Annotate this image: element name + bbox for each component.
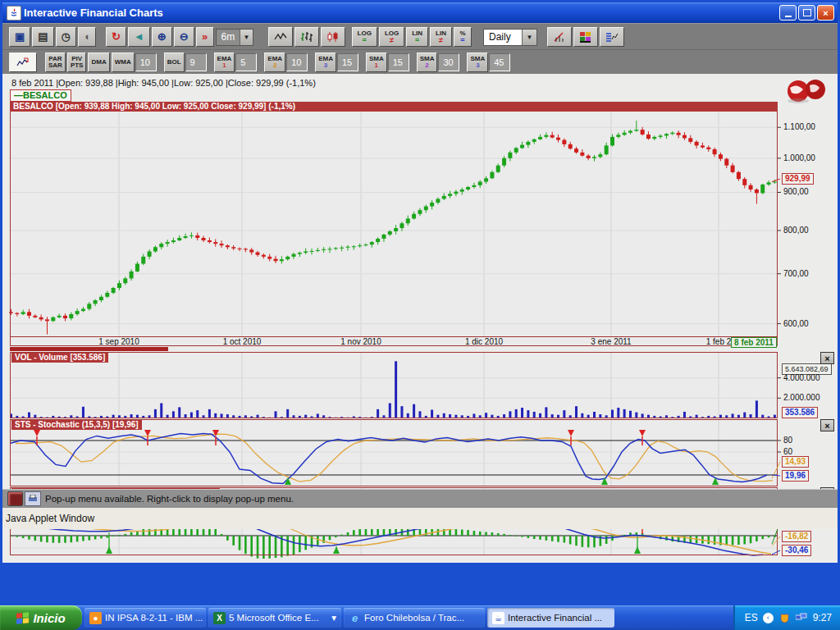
candle-chart-type-icon: [326, 31, 340, 43]
restore-button[interactable]: [798, 5, 815, 21]
task-label: Foro Chilebolsa / Trac...: [364, 613, 464, 623]
java-applet-banner: Java Applet Window: [2, 507, 838, 529]
network-icon[interactable]: [796, 613, 808, 623]
pages-icon: ▤: [38, 32, 48, 42]
title-bar[interactable]: Interactive Financial Charts ×: [2, 2, 838, 23]
excel-icon: X: [213, 612, 226, 624]
log-compare-button[interactable]: LOG≠: [379, 27, 404, 47]
task-label: IN IPSA 8-2-11 - IBM ...: [105, 613, 203, 623]
start-button[interactable]: Inicio: [0, 605, 82, 630]
taskbar-task-1[interactable]: ●IN IPSA 8-2-11 - IBM ...: [84, 608, 206, 628]
status-text: Pop-up menu available. Right-click to di…: [45, 494, 294, 504]
refresh-icon: ↻: [112, 32, 121, 42]
chevron-down-icon[interactable]: ▼: [240, 30, 252, 45]
taskbar-task-4[interactable]: ☕Interactive Financial ...: [487, 608, 614, 628]
speaker-icon: ◖: [84, 32, 90, 42]
main-toolbar: ▣▤◷◖↻◄⊕⊖»6m▼LOG=LOG≠LIN=LIN≠%=Daily▼: [2, 23, 838, 50]
log-scale-button[interactable]: LOG=: [352, 27, 377, 47]
bollinger-button[interactable]: BOL: [164, 52, 185, 72]
sma-2-period-input[interactable]: 30: [438, 53, 459, 71]
desktop: { "window": { "title": "Interactive Fina…: [0, 0, 840, 630]
colors-button[interactable]: [573, 27, 598, 47]
sma-1-button[interactable]: SMA1: [366, 52, 387, 72]
fast-forward-icon: »: [202, 32, 208, 42]
back-icon: ◄: [134, 32, 144, 42]
taskbar-task-2[interactable]: X5 Microsoft Office E...▾: [208, 608, 341, 628]
brand-logo: [782, 78, 831, 106]
stochastic-panel-header: STS - Stochastic (15,3,5) [19,96]: [11, 420, 142, 430]
line-chart-type-icon: [274, 31, 287, 43]
lin-compare-button[interactable]: LIN≠: [430, 27, 452, 47]
status-bar: Pop-up menu available. Right-click to di…: [2, 489, 838, 508]
lin-scale-button[interactable]: LIN=: [406, 27, 428, 47]
security-icon[interactable]: [778, 613, 791, 623]
taskbar: Inicio ●IN IPSA 8-2-11 - IBM ...X5 Micro…: [0, 605, 840, 630]
wma-button[interactable]: WMA: [112, 52, 135, 72]
language-indicator[interactable]: ES: [745, 612, 758, 623]
clock-button[interactable]: ◷: [56, 27, 76, 47]
period-select-value: 6m: [217, 31, 240, 43]
clock: 9:27: [813, 612, 832, 623]
pages-button[interactable]: ▤: [32, 27, 53, 47]
bollinger-period-input[interactable]: 9: [185, 53, 207, 71]
sma-3-button[interactable]: SMA3: [467, 52, 488, 72]
close-button[interactable]: ×: [817, 5, 834, 21]
parabolic-sar-button[interactable]: PARSAR: [45, 52, 66, 72]
price-panel-header: BESALCO [Open: 939,88 High: 945,00 Low: …: [10, 102, 778, 112]
volume-panel-header: VOL - Volume [353.586]: [11, 353, 108, 363]
ie-icon: e: [349, 612, 361, 624]
back-button[interactable]: ◄: [128, 27, 150, 47]
sma-1-period-input[interactable]: 15: [388, 53, 409, 71]
indicator-toolbar: PARSARPIVPTSDMAWMA10BOL9EMA15EMA210EMA31…: [2, 49, 838, 75]
print-layout-icon: ▣: [15, 32, 25, 42]
studies-button[interactable]: [547, 27, 572, 47]
bar-chart-type-icon: [300, 31, 313, 43]
sma-3-period-input[interactable]: 45: [489, 53, 510, 71]
bar-chart-type-button[interactable]: [294, 27, 319, 47]
ema-1-button[interactable]: EMA1: [214, 52, 235, 72]
close-volume-panel-button[interactable]: ×: [820, 352, 834, 364]
zoom-in-button[interactable]: ⊕: [152, 27, 172, 47]
zoom-out-icon: ⊖: [180, 32, 189, 42]
ema-2-button[interactable]: EMA2: [264, 52, 285, 72]
colors-icon: [579, 31, 592, 43]
java-icon: [7, 6, 21, 21]
range-scrollbar[interactable]: [10, 347, 168, 351]
report-icon: [605, 31, 619, 43]
refresh-button[interactable]: ↻: [106, 27, 126, 47]
dma-button[interactable]: DMA: [88, 52, 109, 72]
lotus-icon: ●: [89, 612, 102, 624]
ema-3-button[interactable]: EMA3: [315, 52, 336, 72]
frequency-select[interactable]: Daily▼: [483, 29, 537, 46]
print-icon[interactable]: [25, 491, 41, 506]
fast-forward-button[interactable]: »: [196, 27, 214, 47]
ema-1-period-input[interactable]: 5: [235, 53, 257, 71]
close-stochastic-panel-button[interactable]: ×: [820, 419, 834, 431]
chevron-down-icon[interactable]: ▼: [522, 30, 536, 45]
speaker-button[interactable]: ◖: [78, 27, 96, 47]
wma-period-input[interactable]: 10: [135, 53, 157, 71]
minimize-button[interactable]: [779, 5, 797, 21]
java-applet-label: Java Applet Window: [6, 513, 94, 524]
ema-3-period-input[interactable]: 15: [337, 53, 358, 71]
sma-2-button[interactable]: SMA2: [417, 52, 438, 72]
zoom-out-button[interactable]: ⊖: [174, 27, 194, 47]
print-layout-button[interactable]: ▣: [9, 27, 30, 47]
candle-chart-type-button[interactable]: [321, 27, 345, 47]
taskbar-task-3[interactable]: eForo Chilebolsa / Trac...: [344, 608, 485, 628]
ema-2-period-input[interactable]: 10: [286, 53, 308, 71]
system-tray: ES ‹ 9:27: [733, 605, 840, 630]
hide-icons-icon[interactable]: ‹: [763, 613, 774, 623]
applet-icon[interactable]: [7, 491, 23, 506]
task-label: Interactive Financial ...: [508, 613, 602, 623]
percent-scale-button[interactable]: %=: [454, 27, 472, 47]
group-chevron-icon[interactable]: ▾: [331, 612, 336, 623]
pivot-points-button[interactable]: PIVPTS: [67, 52, 87, 72]
chart-settings-button[interactable]: [9, 52, 37, 72]
report-button[interactable]: [600, 27, 624, 47]
start-label: Inicio: [33, 611, 65, 625]
zoom-in-icon: ⊕: [158, 32, 167, 42]
java-icon: ☕: [492, 612, 504, 624]
period-select[interactable]: 6m▼: [216, 29, 253, 46]
line-chart-type-button[interactable]: [268, 27, 293, 47]
